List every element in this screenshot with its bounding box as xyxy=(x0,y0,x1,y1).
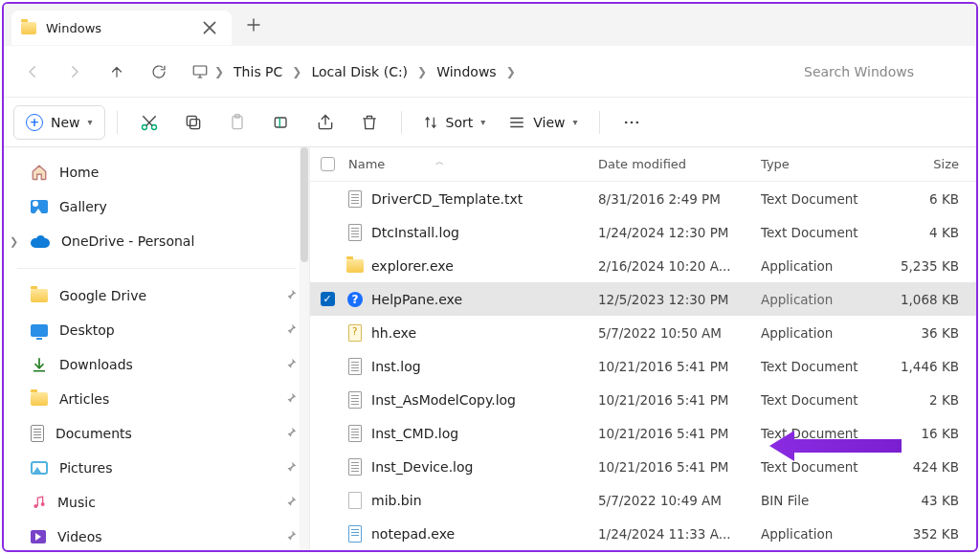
sidebar-item-documents[interactable]: Documents xyxy=(4,416,309,451)
chevron-right-icon[interactable]: ❯ xyxy=(501,65,522,78)
main-area: Home Gallery ❯ OneDrive - Personal Googl… xyxy=(4,147,976,550)
chevron-right-icon[interactable]: ❯ xyxy=(10,235,18,248)
desktop-icon xyxy=(31,324,48,337)
file-name: explorer.exe xyxy=(366,258,598,274)
sidebar-item-onedrive[interactable]: ❯ OneDrive - Personal xyxy=(4,224,309,258)
sidebar-item-desktop[interactable]: Desktop xyxy=(4,313,309,347)
svg-point-1 xyxy=(142,124,146,129)
view-label: View xyxy=(533,115,565,130)
active-tab[interactable]: Windows xyxy=(11,11,232,45)
close-tab-button[interactable] xyxy=(201,19,218,36)
sidebar-item-music[interactable]: Music xyxy=(4,485,309,520)
new-tab-button[interactable] xyxy=(237,9,270,41)
breadcrumb-drive[interactable]: Local Disk (C:) xyxy=(307,60,412,83)
file-name: Inst_CMD.log xyxy=(366,426,598,441)
file-row[interactable]: Inst_CMD.log10/21/2016 5:41 PMText Docum… xyxy=(310,416,976,450)
column-header-size[interactable]: Size xyxy=(890,157,976,171)
folder-icon xyxy=(21,22,36,34)
address-bar-row: ❯ This PC ❯ Local Disk (C:) ❯ Windows ❯ … xyxy=(4,46,976,98)
breadcrumb-folder[interactable]: Windows xyxy=(433,60,501,83)
gallery-icon xyxy=(31,200,48,213)
folder-icon xyxy=(31,392,48,406)
column-header-type[interactable]: Type xyxy=(761,157,890,171)
file-name: Inst.log xyxy=(366,359,598,374)
navigation-pane: Home Gallery ❯ OneDrive - Personal Googl… xyxy=(4,147,310,550)
sidebar-label: Gallery xyxy=(59,199,107,214)
sort-label: Sort xyxy=(446,115,474,130)
share-button[interactable] xyxy=(305,103,345,142)
file-row[interactable]: explorer.exe2/16/2024 10:20 A...Applicat… xyxy=(310,249,976,282)
file-size: 16 KB xyxy=(890,426,976,441)
row-checkbox[interactable]: ✓ xyxy=(321,292,335,306)
file-size: 43 KB xyxy=(890,493,976,508)
more-button[interactable] xyxy=(612,103,652,142)
sidebar-item-articles[interactable]: Articles xyxy=(4,382,309,416)
text-file-icon xyxy=(348,358,362,375)
file-row[interactable]: notepad.exe1/24/2024 11:33 A...Applicati… xyxy=(310,517,976,550)
breadcrumb[interactable]: ❯ This PC ❯ Local Disk (C:) ❯ Windows ❯ xyxy=(182,60,791,83)
file-row[interactable]: Inst_AsModelCopy.log10/21/2016 5:41 PMTe… xyxy=(310,383,976,416)
file-name: notepad.exe xyxy=(366,526,598,542)
file-date: 10/21/2016 5:41 PM xyxy=(598,459,761,475)
sidebar-label: Google Drive xyxy=(59,288,146,303)
file-type: Text Document xyxy=(761,191,890,207)
file-name: DtcInstall.log xyxy=(366,225,598,240)
pin-icon xyxy=(284,460,298,476)
refresh-button[interactable] xyxy=(140,53,178,91)
file-row[interactable]: DtcInstall.log1/24/2024 12:30 PMText Doc… xyxy=(310,215,976,249)
pin-icon xyxy=(284,391,298,408)
pin-icon xyxy=(284,495,298,511)
svg-point-10 xyxy=(635,121,638,123)
paste-button[interactable] xyxy=(217,103,257,142)
sidebar-item-gdrive[interactable]: Google Drive xyxy=(4,278,309,313)
new-button[interactable]: + New ▾ xyxy=(13,105,105,140)
file-type: Application xyxy=(761,325,890,341)
select-all-checkbox[interactable] xyxy=(310,157,345,171)
breadcrumb-this-pc[interactable]: This PC xyxy=(230,60,286,83)
pictures-icon xyxy=(31,461,48,475)
rename-button[interactable] xyxy=(261,103,301,142)
search-input[interactable]: Search Windows xyxy=(794,55,967,89)
sidebar-item-gallery[interactable]: Gallery xyxy=(4,189,309,224)
back-button[interactable] xyxy=(13,53,52,91)
copy-button[interactable] xyxy=(173,103,213,142)
chevron-right-icon[interactable]: ❯ xyxy=(286,65,307,78)
file-row[interactable]: Inst.log10/21/2016 5:41 PMText Document1… xyxy=(310,349,976,383)
pin-icon xyxy=(284,426,298,442)
sidebar-item-home[interactable]: Home xyxy=(4,155,309,189)
sidebar-item-videos[interactable]: Videos xyxy=(4,520,309,550)
sidebar-item-pictures[interactable]: Pictures xyxy=(4,451,309,485)
sidebar-scrollbar[interactable] xyxy=(300,147,309,550)
file-date: 5/7/2022 10:49 AM xyxy=(598,493,761,508)
column-header-name[interactable]: Name︿ xyxy=(345,157,598,171)
file-row[interactable]: Inst_Device.log10/21/2016 5:41 PMText Do… xyxy=(310,450,976,483)
file-row[interactable]: DriverCD_Template.txt8/31/2016 2:49 PMTe… xyxy=(310,182,976,215)
file-row[interactable]: mib.bin5/7/2022 10:49 AMBIN File43 KB xyxy=(310,483,976,517)
chevron-right-icon[interactable]: ❯ xyxy=(412,65,433,78)
cut-button[interactable] xyxy=(129,103,169,142)
sidebar-item-downloads[interactable]: Downloads xyxy=(4,347,309,382)
sort-button[interactable]: Sort ▾ xyxy=(413,103,496,142)
delete-button[interactable] xyxy=(349,103,390,142)
file-date: 10/21/2016 5:41 PM xyxy=(598,426,761,441)
text-file-icon xyxy=(348,425,362,442)
title-bar: Windows xyxy=(4,4,976,46)
file-list-pane: Name︿ Date modified Type Size DriverCD_T… xyxy=(310,147,976,550)
view-button[interactable]: View ▾ xyxy=(499,103,587,142)
file-name: mib.bin xyxy=(366,493,598,508)
file-row[interactable]: ✓?HelpPane.exe12/5/2023 12:30 PMApplicat… xyxy=(310,282,976,316)
pin-icon xyxy=(284,288,298,304)
column-header-date[interactable]: Date modified xyxy=(598,157,761,171)
up-button[interactable] xyxy=(98,53,136,91)
forward-button[interactable] xyxy=(56,53,94,91)
file-row[interactable]: hh.exe5/7/2022 10:50 AMApplication36 KB xyxy=(310,316,976,349)
file-size: 5,235 KB xyxy=(890,258,976,274)
sort-indicator-icon: ︿ xyxy=(435,156,444,168)
chevron-right-icon[interactable]: ❯ xyxy=(209,65,230,78)
sidebar-label: Downloads xyxy=(59,357,133,372)
file-type: Application xyxy=(761,292,890,307)
file-size: 424 KB xyxy=(890,459,976,475)
music-icon xyxy=(31,495,46,510)
file-name: Inst_AsModelCopy.log xyxy=(366,392,598,408)
tab-title: Windows xyxy=(46,21,191,35)
